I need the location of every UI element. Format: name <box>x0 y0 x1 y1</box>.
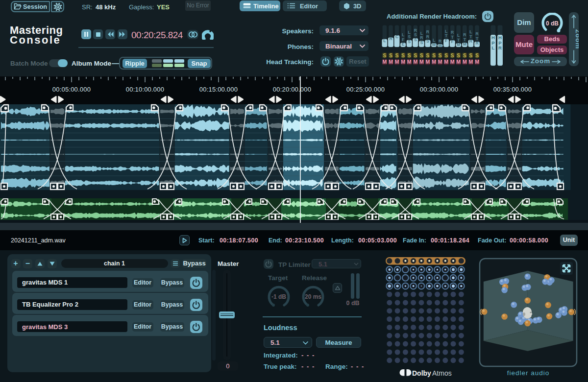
svg-text:fiedler audio: fiedler audio <box>507 369 550 377</box>
